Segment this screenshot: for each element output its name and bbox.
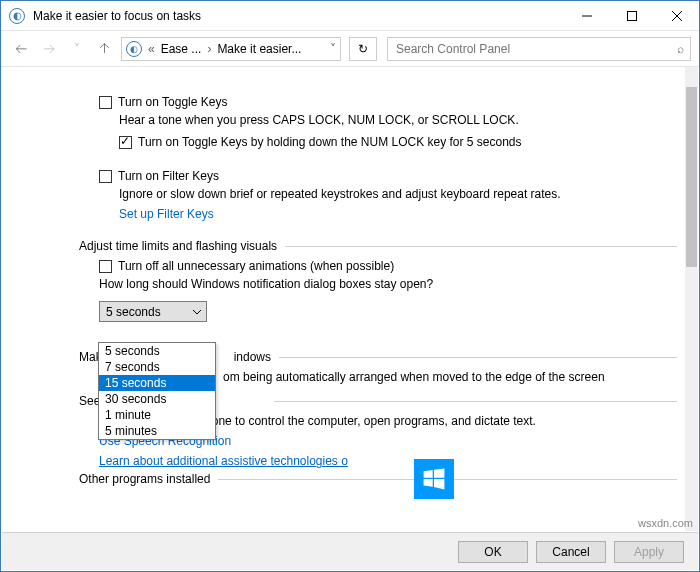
control-panel-icon: ◐	[126, 41, 142, 57]
apply-button[interactable]: Apply	[614, 541, 684, 563]
maximize-button[interactable]	[609, 1, 654, 31]
filter-keys-label: Turn on Filter Keys	[118, 169, 219, 183]
turn-off-animations-label: Turn off all unnecessary animations (whe…	[118, 259, 394, 273]
search-icon[interactable]: ⌕	[677, 42, 684, 56]
toggle-keys-numlock-label: Turn on Toggle Keys by holding down the …	[138, 135, 522, 149]
breadcrumb-sep: «	[146, 42, 157, 56]
window-title: Make it easier to focus on tasks	[33, 9, 564, 23]
close-button[interactable]	[654, 1, 699, 31]
cancel-button[interactable]: Cancel	[536, 541, 606, 563]
toggle-keys-numlock-checkbox[interactable]	[119, 136, 132, 149]
breadcrumb-make-easier[interactable]: Make it easier...	[217, 42, 301, 56]
button-bar: OK Cancel Apply	[2, 532, 698, 570]
other-programs-header: Other programs installed	[79, 472, 210, 486]
divider	[285, 246, 677, 247]
forward-button[interactable]: 🡢	[37, 37, 61, 61]
content-area: Turn on Toggle Keys Hear a tone when you…	[1, 67, 685, 531]
address-bar[interactable]: ◐ « Ease ... › Make it easier... ˅	[121, 37, 341, 61]
turn-off-animations-checkbox[interactable]	[99, 260, 112, 273]
search-box[interactable]: ⌕	[387, 37, 691, 61]
up-button[interactable]: 🡡	[93, 37, 117, 61]
option-1-minute[interactable]: 1 minute	[99, 407, 215, 423]
back-button[interactable]: 🡠	[9, 37, 33, 61]
notification-timeout-combo[interactable]: 5 seconds	[99, 301, 207, 322]
search-input[interactable]	[394, 41, 677, 57]
windows-logo-overlay	[414, 459, 454, 499]
option-7-seconds[interactable]: 7 seconds	[99, 359, 215, 375]
combo-selected-value: 5 seconds	[106, 305, 161, 319]
manage-windows-header-right: indows	[234, 350, 271, 364]
refresh-button[interactable]: ↻	[349, 37, 377, 61]
setup-filter-keys-link[interactable]: Set up Filter Keys	[119, 207, 214, 221]
scrollbar-thumb[interactable]	[686, 87, 697, 267]
toggle-keys-checkbox[interactable]	[99, 96, 112, 109]
option-5-seconds[interactable]: 5 seconds	[99, 343, 215, 359]
adjust-header: Adjust time limits and flashing visuals	[79, 239, 277, 253]
address-dropdown-icon[interactable]: ˅	[330, 42, 336, 56]
notification-timeout-dropdown[interactable]: 5 seconds 7 seconds 15 seconds 30 second…	[98, 342, 216, 440]
divider	[279, 357, 677, 358]
breadcrumb-ease[interactable]: Ease ...	[161, 42, 202, 56]
filter-keys-checkbox[interactable]	[99, 170, 112, 183]
recent-button[interactable]: ˅	[65, 37, 89, 61]
option-5-minutes[interactable]: 5 minutes	[99, 423, 215, 439]
option-30-seconds[interactable]: 30 seconds	[99, 391, 215, 407]
assistive-tech-link[interactable]: Learn about additional assistive technol…	[99, 454, 348, 468]
chevron-right-icon: ›	[205, 42, 213, 56]
chevron-down-icon	[192, 306, 202, 320]
minimize-button[interactable]	[564, 1, 609, 31]
toggle-keys-desc: Hear a tone when you press CAPS LOCK, NU…	[119, 111, 677, 133]
toggle-keys-label: Turn on Toggle Keys	[118, 95, 227, 109]
option-15-seconds[interactable]: 15 seconds	[99, 375, 215, 391]
vertical-scrollbar[interactable]	[685, 67, 698, 531]
control-panel-icon: ◐	[9, 8, 25, 24]
navbar: 🡠 🡢 ˅ 🡡 ◐ « Ease ... › Make it easier...…	[1, 31, 699, 67]
watermark: wsxdn.com	[638, 517, 693, 529]
titlebar: ◐ Make it easier to focus on tasks	[1, 1, 699, 31]
ok-button[interactable]: OK	[458, 541, 528, 563]
prevent-arrange-desc: om being automatically arranged when mov…	[223, 370, 605, 384]
svg-rect-1	[627, 11, 636, 20]
filter-keys-desc: Ignore or slow down brief or repeated ke…	[119, 185, 677, 207]
notification-timeout-label: How long should Windows notification dia…	[99, 275, 677, 297]
divider	[274, 401, 677, 402]
